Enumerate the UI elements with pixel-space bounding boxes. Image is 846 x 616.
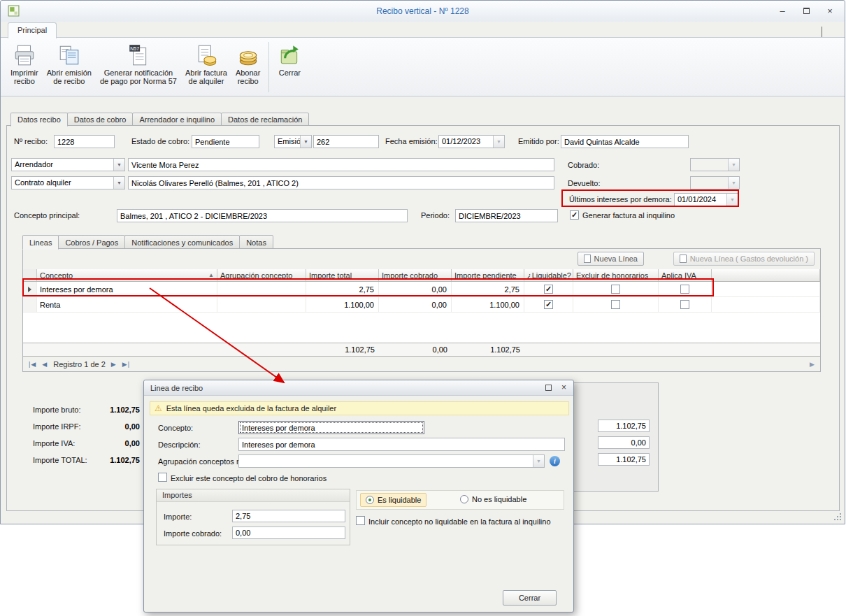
nueva-linea-gastos-button[interactable]: Nueva Línea ( Gastos devolución ) [673, 252, 815, 266]
tab-notas[interactable]: Notas [239, 235, 273, 249]
radio-es-liquidable[interactable]: Es liquidable [360, 493, 426, 507]
button-label: recibo [14, 77, 35, 85]
dialog-cerrar-button[interactable]: Cerrar [503, 590, 557, 606]
emision-selector[interactable]: Emisión ▼ [274, 135, 312, 148]
column-header-liquidable[interactable]: ¿Liquidable? [524, 269, 573, 281]
importe-cobrado-field[interactable] [232, 527, 345, 539]
dialog-titlebar[interactable]: Linea de recibo × [144, 380, 573, 396]
dropdown-icon[interactable]: ▼ [493, 136, 504, 148]
num-recibo-field[interactable] [54, 135, 115, 148]
resize-grip[interactable] [833, 513, 841, 520]
scroll-right-icon[interactable]: ▶ [810, 361, 815, 368]
table-row[interactable]: Intereses por demora 2,75 0,00 2,75 ✓ [23, 282, 820, 297]
column-header-concepto[interactable]: Concepto ▲ [37, 269, 217, 281]
norma57-button[interactable]: N57 Generar notificación de pago por Nor… [96, 41, 181, 92]
close-icon[interactable]: × [825, 6, 835, 15]
nav-next-icon[interactable]: ▶ [111, 361, 117, 368]
importe-iva-label: Importe IVA: [33, 439, 75, 447]
money-stack-icon [236, 43, 260, 67]
column-header-importe-pendiente[interactable]: Importe pendiente [452, 269, 524, 281]
cell-liquidable: ✓ [524, 297, 573, 312]
titlebar: Recibo vertical - Nº 1228 – × [1, 1, 845, 22]
dropdown-icon[interactable]: ▼ [113, 159, 124, 171]
button-label: Abonar [236, 69, 260, 77]
column-header-importe-total[interactable]: Importe total [306, 269, 379, 281]
table-row[interactable]: Renta 1.100,00 0,00 1.100,00 ✓ [23, 297, 820, 313]
abrir-emision-button[interactable]: Abrir emisión de recibo [43, 41, 96, 92]
periodo-field[interactable] [455, 209, 558, 222]
tab-datos-recibo[interactable]: Datos recibo [10, 113, 68, 127]
dialog-descripcion-field[interactable] [238, 438, 565, 451]
abrir-factura-button[interactable]: Abrir factura de alquiler [181, 41, 231, 92]
importe-field[interactable] [232, 510, 345, 522]
arrendador-selector[interactable]: Arrendador ▼ [11, 158, 125, 171]
invoice-coin-icon [194, 43, 218, 67]
dialog-agrupacion-field[interactable]: ▼ [238, 454, 545, 468]
incluir-no-liquidable-checkbox[interactable] [356, 516, 365, 525]
radio-no-es-liquidable[interactable]: No es liquidable [460, 495, 526, 503]
aplica-iva-checkbox[interactable] [680, 300, 689, 309]
abonar-recibo-button[interactable]: Abonar recibo [231, 41, 264, 92]
dropdown-icon[interactable]: ▼ [300, 136, 311, 148]
nav-last-icon[interactable]: ▶| [122, 361, 130, 368]
cerrar-button[interactable]: Cerrar [273, 41, 306, 92]
estado-cobro-field[interactable] [192, 135, 259, 148]
nav-first-icon[interactable]: |◀ [29, 361, 36, 368]
warning-text: Esta línea queda excluida de la factura … [166, 404, 336, 413]
ribbon-tab-principal[interactable]: Principal [8, 22, 57, 38]
dialog-close-icon[interactable]: × [561, 384, 566, 391]
contrato-field[interactable] [128, 176, 554, 189]
emision-num-field[interactable] [313, 135, 379, 148]
intereses-demora-label: Últimos intereses por demora: [569, 195, 672, 203]
tab-datos-de-cobro[interactable]: Datos de cobro [67, 113, 134, 126]
excluir-honorarios-checkbox[interactable] [158, 473, 167, 482]
imprimir-recibo-button[interactable]: Imprimir recibo [6, 41, 43, 92]
grid-totals-row: 1.102,75 0,00 1.102,75 [23, 343, 820, 357]
dropdown-icon[interactable]: ▼ [726, 194, 738, 206]
button-label: Generar notificación [104, 69, 173, 77]
aplica-iva-checkbox[interactable] [680, 285, 689, 294]
button-label: Cerrar [279, 69, 301, 77]
restore-icon[interactable] [801, 6, 811, 15]
cell-importe-cobrado: 0,00 [379, 282, 452, 296]
current-row-marker-icon [23, 282, 37, 296]
dropdown-icon[interactable]: ▼ [113, 177, 124, 189]
emitido-por-field[interactable] [561, 135, 689, 148]
excluir-checkbox[interactable] [611, 300, 620, 309]
nav-prev-icon[interactable]: ◀ [42, 361, 48, 368]
cell-agrupacion [217, 282, 306, 296]
generar-factura-checkbox[interactable]: ✓ [570, 210, 579, 220]
tab-lineas[interactable]: Lineas [22, 235, 59, 250]
dropdown-icon[interactable]: ▼ [728, 159, 739, 171]
column-header-aplica-iva[interactable]: Aplica IVA [659, 269, 712, 281]
tab-notificaciones[interactable]: Notificaciones y comunicados [124, 235, 240, 249]
liquidable-checkbox[interactable]: ✓ [544, 300, 553, 309]
column-header-agrupacion[interactable]: Agrupación concepto [217, 269, 306, 281]
dropdown-icon[interactable]: ▼ [728, 177, 739, 189]
concepto-principal-field[interactable] [117, 209, 408, 222]
fecha-emision-field[interactable]: 01/12/2023 ▼ [438, 135, 505, 148]
tab-datos-reclamacion[interactable]: Datos de reclamación [221, 113, 309, 126]
column-header-importe-cobrado[interactable]: Importe cobrado [379, 269, 452, 281]
nueva-linea-button[interactable]: Nueva Línea [578, 252, 644, 266]
new-line-icon [680, 255, 687, 263]
excluir-checkbox[interactable] [611, 285, 620, 294]
dropdown-icon[interactable]: ▼ [533, 455, 544, 467]
intereses-demora-field[interactable]: 01/01/2024 ▼ [674, 193, 738, 206]
dialog-restore-icon[interactable] [545, 385, 552, 391]
arrendador-field[interactable] [128, 158, 554, 171]
tab-arrendador-inquilino[interactable]: Arrendador e inquilino [132, 113, 222, 126]
printer-icon [13, 43, 36, 67]
info-icon[interactable]: i [550, 456, 560, 466]
liquidable-checkbox[interactable]: ✓ [544, 285, 553, 294]
ribbon-collapse-icon[interactable] [822, 27, 828, 34]
radio-unselected-icon [460, 495, 468, 503]
minimize-icon[interactable]: – [777, 6, 787, 15]
tab-cobros-pagos[interactable]: Cobros / Pagos [58, 235, 125, 249]
column-header-excluir-honorarios[interactable]: Excluir de honorarios [573, 269, 659, 281]
cobrado-field[interactable]: ▼ [690, 158, 740, 171]
dialog-concepto-field[interactable] [238, 421, 424, 434]
contrato-selector[interactable]: Contrato alquiler ▼ [11, 176, 125, 189]
devuelto-field[interactable]: ▼ [690, 176, 740, 189]
record-navigator: |◀ ◀ Registro 1 de 2 ▶ ▶| ▶ [23, 357, 820, 371]
